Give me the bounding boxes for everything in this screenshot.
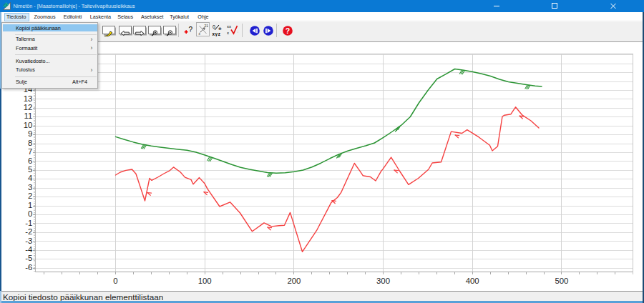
svg-text:-3: -3 <box>25 237 32 245</box>
svg-text:4: 4 <box>28 174 32 182</box>
svg-text:11: 11 <box>24 111 32 120</box>
svg-text:200: 200 <box>287 277 301 285</box>
svg-text:-5: -5 <box>25 254 32 262</box>
svg-text:2: 2 <box>28 192 32 200</box>
svg-text:xyz: xyz <box>213 31 221 37</box>
svg-text:xx: xx <box>227 24 231 29</box>
svg-text:7: 7 <box>28 147 32 156</box>
svg-text:0: 0 <box>113 277 117 285</box>
svg-text:?: ? <box>285 26 289 35</box>
svg-text:9: 9 <box>28 129 32 138</box>
svg-text:1: 1 <box>28 201 32 209</box>
svg-text:6: 6 <box>28 157 32 165</box>
svg-text:0: 0 <box>28 209 32 218</box>
svg-text::: : <box>237 29 238 34</box>
svg-text:3: 3 <box>28 183 32 192</box>
svg-text:12: 12 <box>24 103 33 111</box>
svg-text:-1: -1 <box>25 219 32 227</box>
svg-text:400: 400 <box>466 277 479 285</box>
svg-text:300: 300 <box>376 277 390 285</box>
svg-text:0: 0 <box>213 24 215 29</box>
svg-text:8: 8 <box>28 139 32 147</box>
svg-text:x: x <box>227 31 229 35</box>
svg-text:-4: -4 <box>25 245 32 254</box>
svg-text:100: 100 <box>198 277 212 285</box>
svg-text:21: 21 <box>205 24 209 28</box>
svg-text:-6: -6 <box>25 263 32 272</box>
svg-text:13: 13 <box>24 94 33 103</box>
svg-text:-2: -2 <box>25 227 32 236</box>
svg-text:?: ? <box>189 26 193 34</box>
svg-text:5: 5 <box>28 165 32 174</box>
svg-text:10: 10 <box>24 121 33 129</box>
svg-text:500: 500 <box>555 277 568 285</box>
